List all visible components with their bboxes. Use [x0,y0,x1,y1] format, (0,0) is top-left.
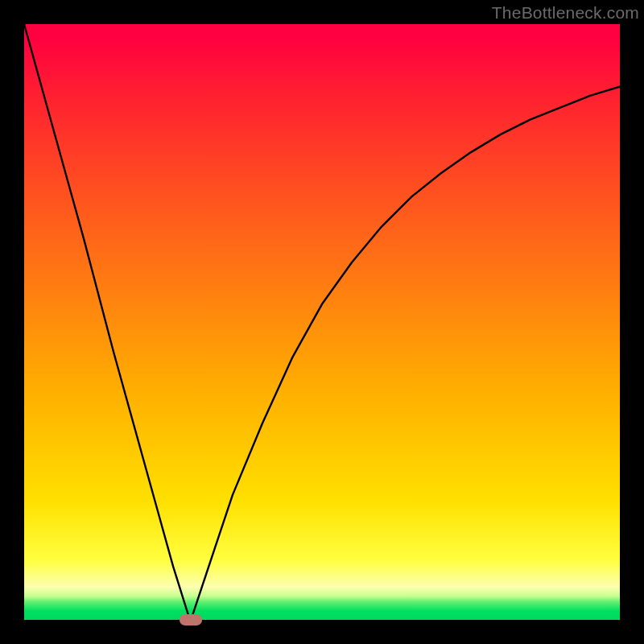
optimum-marker [180,614,202,625]
bottleneck-curve [24,24,620,620]
plot-area [24,24,620,620]
watermark-text: TheBottleneck.com [492,3,639,23]
curve-svg [24,24,620,620]
chart-stage: TheBottleneck.com [0,0,644,644]
